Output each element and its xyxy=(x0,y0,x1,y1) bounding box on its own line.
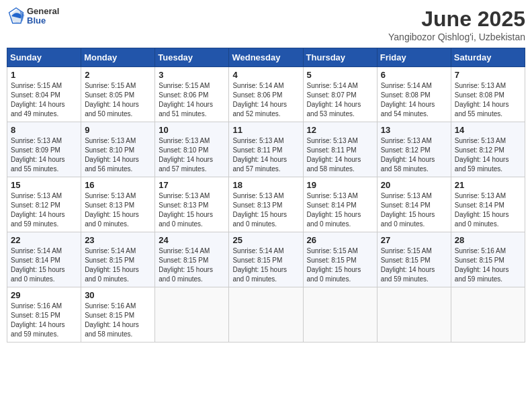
weekday-header-row: SundayMondayTuesdayWednesdayThursdayFrid… xyxy=(7,48,525,67)
weekday-header-sunday: Sunday xyxy=(7,48,81,67)
day-number: 15 xyxy=(11,180,77,190)
calendar-cell: 15Sunrise: 5:13 AM Sunset: 8:12 PM Dayli… xyxy=(7,177,81,232)
weekday-header-thursday: Thursday xyxy=(303,48,377,67)
calendar-cell: 11Sunrise: 5:13 AM Sunset: 8:11 PM Dayli… xyxy=(229,122,303,177)
day-number: 1 xyxy=(11,70,77,80)
day-number: 10 xyxy=(159,125,225,135)
calendar-cell: 5Sunrise: 5:14 AM Sunset: 8:07 PM Daylig… xyxy=(303,67,377,122)
day-info: Sunrise: 5:15 AM Sunset: 8:05 PM Dayligh… xyxy=(85,81,151,119)
calendar-cell: 30Sunrise: 5:16 AM Sunset: 8:15 PM Dayli… xyxy=(81,287,155,342)
calendar-row: 22Sunrise: 5:14 AM Sunset: 8:14 PM Dayli… xyxy=(7,232,525,287)
calendar-cell: 21Sunrise: 5:13 AM Sunset: 8:14 PM Dayli… xyxy=(451,177,525,232)
day-info: Sunrise: 5:14 AM Sunset: 8:14 PM Dayligh… xyxy=(11,246,77,284)
day-info: Sunrise: 5:14 AM Sunset: 8:15 PM Dayligh… xyxy=(85,246,151,284)
calendar-cell: 23Sunrise: 5:14 AM Sunset: 8:15 PM Dayli… xyxy=(81,232,155,287)
calendar-row: 8Sunrise: 5:13 AM Sunset: 8:09 PM Daylig… xyxy=(7,122,525,177)
day-number: 13 xyxy=(381,125,447,135)
calendar-cell: 10Sunrise: 5:13 AM Sunset: 8:10 PM Dayli… xyxy=(155,122,229,177)
calendar-cell: 4Sunrise: 5:14 AM Sunset: 8:06 PM Daylig… xyxy=(229,67,303,122)
day-info: Sunrise: 5:13 AM Sunset: 8:14 PM Dayligh… xyxy=(455,191,521,229)
day-number: 25 xyxy=(232,235,299,245)
calendar-cell: 20Sunrise: 5:13 AM Sunset: 8:14 PM Dayli… xyxy=(377,177,451,232)
logo-icon xyxy=(7,7,26,26)
day-info: Sunrise: 5:13 AM Sunset: 8:10 PM Dayligh… xyxy=(159,136,225,174)
logo-general: General xyxy=(27,7,59,16)
calendar-cell: 16Sunrise: 5:13 AM Sunset: 8:13 PM Dayli… xyxy=(81,177,155,232)
logo-text: General Blue xyxy=(27,7,59,26)
day-info: Sunrise: 5:15 AM Sunset: 8:04 PM Dayligh… xyxy=(11,81,77,119)
day-number: 5 xyxy=(307,70,373,80)
day-info: Sunrise: 5:15 AM Sunset: 8:15 PM Dayligh… xyxy=(381,246,447,284)
day-info: Sunrise: 5:13 AM Sunset: 8:11 PM Dayligh… xyxy=(307,136,373,174)
day-number: 29 xyxy=(11,290,77,300)
day-number: 24 xyxy=(159,235,225,245)
calendar-table: SundayMondayTuesdayWednesdayThursdayFrid… xyxy=(7,48,525,342)
calendar-cell: 24Sunrise: 5:14 AM Sunset: 8:15 PM Dayli… xyxy=(155,232,229,287)
calendar-cell: 14Sunrise: 5:13 AM Sunset: 8:12 PM Dayli… xyxy=(451,122,525,177)
day-number: 3 xyxy=(159,70,225,80)
day-info: Sunrise: 5:16 AM Sunset: 8:15 PM Dayligh… xyxy=(455,246,521,284)
logo: General Blue xyxy=(7,7,59,26)
day-number: 18 xyxy=(232,180,299,190)
day-info: Sunrise: 5:14 AM Sunset: 8:06 PM Dayligh… xyxy=(232,81,299,119)
calendar-cell: 19Sunrise: 5:13 AM Sunset: 8:14 PM Dayli… xyxy=(303,177,377,232)
calendar-cell: 7Sunrise: 5:13 AM Sunset: 8:08 PM Daylig… xyxy=(451,67,525,122)
calendar-cell xyxy=(303,287,377,342)
day-info: Sunrise: 5:13 AM Sunset: 8:09 PM Dayligh… xyxy=(11,136,77,174)
day-info: Sunrise: 5:13 AM Sunset: 8:14 PM Dayligh… xyxy=(307,191,373,229)
calendar-cell: 9Sunrise: 5:13 AM Sunset: 8:10 PM Daylig… xyxy=(81,122,155,177)
day-number: 19 xyxy=(307,180,373,190)
day-number: 28 xyxy=(455,235,521,245)
day-info: Sunrise: 5:13 AM Sunset: 8:13 PM Dayligh… xyxy=(159,191,225,229)
day-number: 9 xyxy=(85,125,151,135)
day-number: 4 xyxy=(232,70,299,80)
day-number: 26 xyxy=(307,235,373,245)
calendar-cell: 18Sunrise: 5:13 AM Sunset: 8:13 PM Dayli… xyxy=(229,177,303,232)
header: General Blue June 2025 Yangibozor Qishlo… xyxy=(7,7,525,42)
day-info: Sunrise: 5:13 AM Sunset: 8:12 PM Dayligh… xyxy=(381,136,447,174)
calendar-row: 1Sunrise: 5:15 AM Sunset: 8:04 PM Daylig… xyxy=(7,67,525,122)
calendar-row: 29Sunrise: 5:16 AM Sunset: 8:15 PM Dayli… xyxy=(7,287,525,342)
day-info: Sunrise: 5:14 AM Sunset: 8:15 PM Dayligh… xyxy=(159,246,225,284)
day-info: Sunrise: 5:13 AM Sunset: 8:11 PM Dayligh… xyxy=(232,136,299,174)
calendar-title: June 2025 xyxy=(388,7,525,32)
day-info: Sunrise: 5:13 AM Sunset: 8:08 PM Dayligh… xyxy=(455,81,521,119)
day-info: Sunrise: 5:14 AM Sunset: 8:07 PM Dayligh… xyxy=(307,81,373,119)
day-info: Sunrise: 5:13 AM Sunset: 8:14 PM Dayligh… xyxy=(381,191,447,229)
calendar-cell xyxy=(155,287,229,342)
day-number: 8 xyxy=(11,125,77,135)
day-info: Sunrise: 5:15 AM Sunset: 8:06 PM Dayligh… xyxy=(159,81,225,119)
calendar-cell: 25Sunrise: 5:14 AM Sunset: 8:15 PM Dayli… xyxy=(229,232,303,287)
calendar-cell: 27Sunrise: 5:15 AM Sunset: 8:15 PM Dayli… xyxy=(377,232,451,287)
day-info: Sunrise: 5:13 AM Sunset: 8:12 PM Dayligh… xyxy=(11,191,77,229)
day-info: Sunrise: 5:13 AM Sunset: 8:10 PM Dayligh… xyxy=(85,136,151,174)
day-info: Sunrise: 5:13 AM Sunset: 8:12 PM Dayligh… xyxy=(455,136,521,174)
day-number: 6 xyxy=(381,70,447,80)
day-number: 27 xyxy=(381,235,447,245)
calendar-cell: 6Sunrise: 5:14 AM Sunset: 8:08 PM Daylig… xyxy=(377,67,451,122)
day-number: 20 xyxy=(381,180,447,190)
calendar-cell: 2Sunrise: 5:15 AM Sunset: 8:05 PM Daylig… xyxy=(81,67,155,122)
day-number: 7 xyxy=(455,70,521,80)
calendar-cell: 22Sunrise: 5:14 AM Sunset: 8:14 PM Dayli… xyxy=(7,232,81,287)
calendar-cell: 13Sunrise: 5:13 AM Sunset: 8:12 PM Dayli… xyxy=(377,122,451,177)
day-info: Sunrise: 5:14 AM Sunset: 8:08 PM Dayligh… xyxy=(381,81,447,119)
day-info: Sunrise: 5:16 AM Sunset: 8:15 PM Dayligh… xyxy=(85,302,151,339)
title-area: June 2025 Yangibozor Qishlog'i, Uzbekist… xyxy=(388,7,525,42)
day-number: 17 xyxy=(159,180,225,190)
day-number: 23 xyxy=(85,235,151,245)
day-number: 22 xyxy=(11,235,77,245)
calendar-cell: 3Sunrise: 5:15 AM Sunset: 8:06 PM Daylig… xyxy=(155,67,229,122)
day-number: 30 xyxy=(85,290,151,300)
day-info: Sunrise: 5:15 AM Sunset: 8:15 PM Dayligh… xyxy=(307,246,373,284)
calendar-subtitle: Yangibozor Qishlog'i, Uzbekistan xyxy=(388,32,525,42)
logo-blue: Blue xyxy=(27,16,59,26)
weekday-header-wednesday: Wednesday xyxy=(229,48,303,67)
day-number: 12 xyxy=(307,125,373,135)
calendar-cell: 26Sunrise: 5:15 AM Sunset: 8:15 PM Dayli… xyxy=(303,232,377,287)
day-info: Sunrise: 5:16 AM Sunset: 8:15 PM Dayligh… xyxy=(11,302,77,339)
calendar-cell: 17Sunrise: 5:13 AM Sunset: 8:13 PM Dayli… xyxy=(155,177,229,232)
calendar-cell xyxy=(451,287,525,342)
calendar-cell: 12Sunrise: 5:13 AM Sunset: 8:11 PM Dayli… xyxy=(303,122,377,177)
day-number: 2 xyxy=(85,70,151,80)
